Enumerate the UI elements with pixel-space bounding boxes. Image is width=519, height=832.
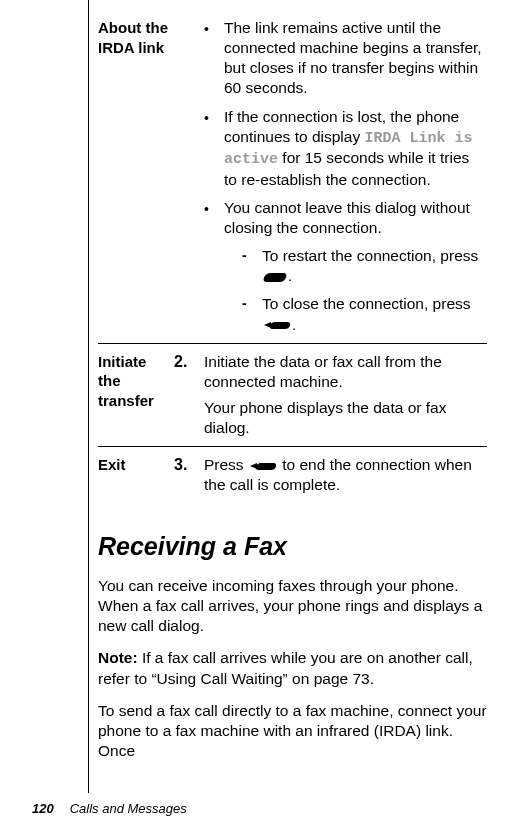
page-number: 120 [32, 801, 54, 816]
bullet-mark: • [204, 198, 214, 335]
paragraph: Your phone displays the data or fax dial… [204, 398, 483, 438]
text-fragment: To restart the connection, press [262, 247, 478, 264]
bullet-item: • The link remains active until the conn… [204, 18, 483, 99]
body-paragraph: To send a fax call directly to a fax mac… [98, 701, 487, 761]
ok-key-icon [262, 273, 288, 282]
bullet-item: • You cannot leave this dialog without c… [204, 198, 483, 335]
body-paragraph: Note: If a fax call arrives while you ar… [98, 648, 487, 688]
table-row: Exit 3. Press to end the connection when… [98, 447, 487, 504]
row-label: About the IRDA link [98, 10, 174, 343]
row-label: Initiate the transfer [98, 343, 174, 447]
end-key-icon [250, 461, 276, 471]
row-number: 3. [174, 447, 204, 504]
table-row: About the IRDA link • The link remains a… [98, 10, 487, 343]
text-fragment: To close the connection, press [262, 295, 471, 312]
page-content: About the IRDA link • The link remains a… [0, 0, 519, 761]
row-content: • The link remains active until the conn… [204, 10, 487, 343]
dash-mark: - [242, 294, 252, 334]
instruction-table: About the IRDA link • The link remains a… [98, 10, 487, 504]
body-paragraph: You can receive incoming faxes through y… [98, 576, 487, 636]
end-key-icon [264, 320, 290, 330]
page-footer: 120Calls and Messages [32, 801, 187, 818]
sub-bullet-item: - To close the connection, press . [242, 294, 483, 334]
sub-bullet-text: To restart the connection, press . [262, 246, 483, 286]
bullet-item: • If the connection is lost, the phone c… [204, 107, 483, 190]
sub-bullet-item: - To restart the connection, press . [242, 246, 483, 286]
table-row: Initiate the transfer 2. Initiate the da… [98, 343, 487, 447]
note-label: Note: [98, 649, 138, 666]
row-number: 2. [174, 343, 204, 447]
text-fragment: Press [204, 456, 248, 473]
bullet-text: You cannot leave this dialog without clo… [224, 198, 483, 335]
dash-mark: - [242, 246, 252, 286]
section-heading: Receiving a Fax [98, 530, 487, 563]
paragraph: Initiate the data or fax call from the c… [204, 352, 483, 392]
text-fragment: You cannot leave this dialog without clo… [224, 199, 470, 236]
text-fragment: . [288, 267, 292, 284]
row-label: Exit [98, 447, 174, 504]
bullet-text: If the connection is lost, the phone con… [224, 107, 483, 190]
row-content: Press to end the connection when the cal… [204, 447, 487, 504]
text-fragment: If a fax call arrives while you are on a… [98, 649, 473, 686]
sub-bullet-text: To close the connection, press . [262, 294, 483, 334]
bullet-mark: • [204, 107, 214, 190]
row-content: Initiate the data or fax call from the c… [204, 343, 487, 447]
row-number [174, 10, 204, 343]
vertical-rule [88, 0, 89, 793]
bullet-text: The link remains active until the connec… [224, 18, 483, 99]
bullet-mark: • [204, 18, 214, 99]
text-fragment: . [292, 316, 296, 333]
footer-title: Calls and Messages [70, 801, 187, 816]
